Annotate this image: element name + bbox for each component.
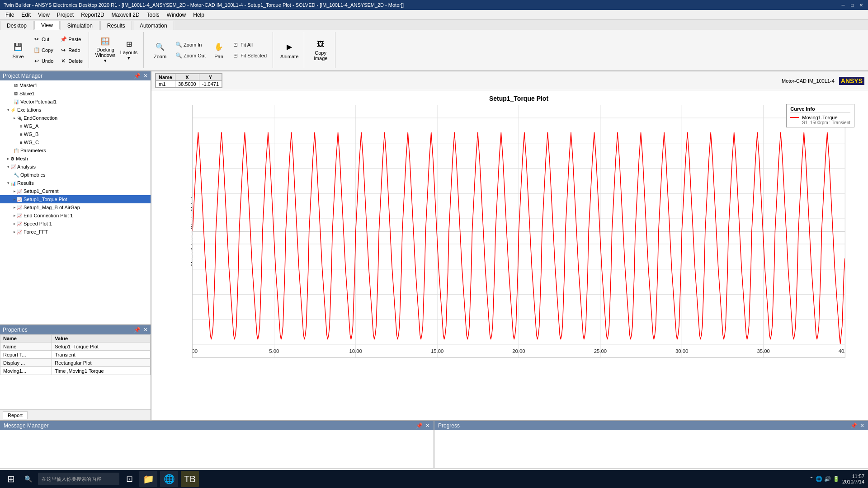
prop-moving-value[interactable]: Time ,Moving1.Torque bbox=[52, 367, 151, 375]
tree-wgc[interactable]: ≡WG_C bbox=[0, 138, 151, 146]
properties-close[interactable]: ✕ bbox=[143, 327, 148, 333]
docking-windows-button[interactable]: 🪟 Docking Windows ▾ bbox=[94, 37, 116, 63]
menu-edit[interactable]: Edit bbox=[18, 11, 34, 19]
copy-button[interactable]: 📋 Copy bbox=[31, 45, 56, 55]
prop-col-value: Value bbox=[52, 335, 151, 343]
start-button[interactable]: ⊞ bbox=[4, 472, 18, 486]
menu-window[interactable]: Window bbox=[163, 11, 190, 19]
docking-buttons: 🪟 Docking Windows ▾ ⊞ Layouts ▾ bbox=[94, 37, 140, 63]
menu-project[interactable]: Project bbox=[53, 11, 77, 19]
tree-wgb[interactable]: ≡WG_B bbox=[0, 130, 151, 138]
prop-display-label: Display ... bbox=[0, 359, 52, 367]
menu-view[interactable]: View bbox=[34, 11, 53, 19]
taskbar-file-explorer[interactable]: 📁 bbox=[139, 471, 157, 487]
marker-col-y: Y bbox=[199, 74, 222, 81]
menu-report2d[interactable]: Report2D bbox=[77, 11, 108, 19]
report-tab-item[interactable]: Report bbox=[3, 411, 28, 419]
copy-icon: 📋 bbox=[33, 47, 40, 54]
zoom-out-button[interactable]: 🔍 Zoom Out bbox=[173, 51, 208, 61]
fit-stack: ⊡ Fit All ⊟ Fit Selected bbox=[230, 40, 269, 61]
zoom-icon: 🔍 bbox=[155, 42, 165, 52]
tree-wga[interactable]: ≡WG_A bbox=[0, 122, 151, 130]
taskbar-chrome[interactable]: 🌐 bbox=[160, 471, 178, 487]
tree-vectorpotential1[interactable]: 📊VectorPotential1 bbox=[0, 98, 151, 106]
tree-setup1-torque-plot[interactable]: ▸ 📈Setup1_Torque Plot bbox=[0, 195, 151, 203]
menu-file[interactable]: File bbox=[2, 11, 18, 19]
fit-selected-button[interactable]: ⊟ Fit Selected bbox=[230, 51, 269, 61]
tree-parameters[interactable]: 📋Parameters bbox=[0, 146, 151, 155]
cut-button[interactable]: ✂ Cut bbox=[31, 34, 56, 44]
progress-content bbox=[434, 430, 868, 468]
tab-simulation[interactable]: Simulation bbox=[61, 21, 99, 30]
layouts-icon: ⊞ bbox=[123, 39, 134, 48]
prop-report-type-value[interactable]: Transient bbox=[52, 351, 151, 359]
message-manager-title: Message Manager bbox=[4, 422, 48, 429]
layouts-button[interactable]: ⊞ Layouts ▾ bbox=[118, 37, 140, 63]
prop-name-value[interactable]: Setup1_Torque Plot bbox=[52, 343, 151, 351]
tree-optimetrics[interactable]: 🔧Optimetrics bbox=[0, 171, 151, 179]
undo-button[interactable]: ↩ Undo bbox=[31, 56, 56, 66]
chart-area: Name X Y m1 38.5000 -1.0471 bbox=[151, 71, 868, 420]
zoom-in-button[interactable]: 🔍 Zoom In bbox=[173, 40, 208, 50]
zoom-button[interactable]: 🔍 Zoom bbox=[149, 37, 171, 63]
svg-text:30.00: 30.00 bbox=[675, 348, 688, 354]
redo-button[interactable]: ↪ Redo bbox=[57, 45, 85, 55]
prop-report-type-label: Report T... bbox=[0, 351, 52, 359]
tree-results[interactable]: ▾ 📊Results bbox=[0, 179, 151, 187]
menu-maxwell2d[interactable]: Maxwell 2D bbox=[108, 11, 143, 19]
prop-display-value[interactable]: Rectangular Plot bbox=[52, 359, 151, 367]
menu-tools[interactable]: Tools bbox=[143, 11, 163, 19]
prop-moving-label: Moving1... bbox=[0, 367, 52, 375]
message-manager-pin[interactable]: 📌 bbox=[416, 422, 423, 429]
tree-slave1[interactable]: 🖥Slave1 bbox=[0, 89, 151, 98]
tree-analysis[interactable]: ▾ 📈Analysis bbox=[0, 163, 151, 171]
tree-force-fft[interactable]: ▸ 📈Force_FFT bbox=[0, 228, 151, 236]
project-manager-close[interactable]: ✕ bbox=[143, 73, 148, 79]
tab-view[interactable]: View bbox=[34, 21, 60, 30]
properties-pin[interactable]: 📌 bbox=[134, 327, 141, 333]
minimize-button[interactable]: ─ bbox=[840, 2, 846, 8]
tree-master1[interactable]: 🖥Master1 bbox=[0, 81, 151, 89]
animate-button[interactable]: ▶ Animate bbox=[278, 37, 300, 63]
tab-desktop[interactable]: Desktop bbox=[0, 21, 33, 30]
message-manager-close[interactable]: ✕ bbox=[425, 422, 430, 429]
progress-close[interactable]: ✕ bbox=[860, 422, 864, 429]
marker-x: 38.5000 bbox=[175, 81, 199, 88]
tree-excitations[interactable]: ▾ ⚡Excitations bbox=[0, 106, 151, 114]
taskbar-time: 11:57 bbox=[842, 474, 864, 479]
copy-image-button[interactable]: 🖼 CopyImage bbox=[310, 37, 331, 63]
tab-automation[interactable]: Automation bbox=[133, 21, 174, 30]
task-view-button[interactable]: ⊡ bbox=[122, 472, 137, 486]
progress-pin[interactable]: 📌 bbox=[850, 422, 857, 429]
menu-help[interactable]: Help bbox=[189, 11, 208, 19]
setup1-current-expand: ▸ bbox=[14, 189, 16, 193]
delete-button[interactable]: ✕ Delete bbox=[57, 56, 85, 66]
taskbar-clock: 11:57 2010/7/14 bbox=[842, 474, 864, 484]
setup1-torque-icon: 📈 bbox=[17, 197, 22, 202]
taskbar-search[interactable]: 在这里输入你要搜索的内容 bbox=[38, 473, 119, 485]
close-button[interactable]: ✕ bbox=[858, 2, 864, 8]
fit-all-button[interactable]: ⊡ Fit All bbox=[230, 40, 269, 50]
save-button[interactable]: 💾 Save bbox=[7, 37, 29, 63]
tree-setup1-current[interactable]: ▸ 📈Setup1_Current bbox=[0, 187, 151, 195]
taskbar-ansys[interactable]: TB bbox=[181, 471, 199, 487]
tree-end-connection-plot[interactable]: ▸ 📈End Connection Plot 1 bbox=[0, 211, 151, 220]
pan-button[interactable]: ✋ Pan bbox=[210, 37, 228, 63]
curve-name: Moving1.Torque bbox=[802, 115, 837, 120]
tab-results[interactable]: Results bbox=[100, 21, 132, 30]
project-manager-header: Project Manager 📌 ✕ bbox=[0, 71, 151, 80]
vectorpotential-icon: 📊 bbox=[14, 99, 19, 104]
paste-button[interactable]: 📌 Paste bbox=[57, 34, 85, 44]
tree-endconnection[interactable]: ▸ 🔌EndConnection bbox=[0, 114, 151, 122]
tree-setup1-mag-b[interactable]: ▸ 📈Setup1_Mag_B of AirGap bbox=[0, 203, 151, 211]
redo-icon: ↪ bbox=[60, 47, 67, 54]
restore-button[interactable]: □ bbox=[849, 2, 855, 8]
tree-speed-plot[interactable]: ▸ 📈Speed Plot 1 bbox=[0, 220, 151, 228]
tree-mesh[interactable]: ▸ ⚙Mesh bbox=[0, 155, 151, 163]
mag-b-expand: ▸ bbox=[14, 205, 16, 210]
project-manager-pin[interactable]: 📌 bbox=[134, 73, 141, 79]
tray-chevron[interactable]: ⌃ bbox=[809, 476, 814, 482]
mag-b-icon: 📈 bbox=[17, 205, 22, 210]
progress-header: Progress 📌 ✕ bbox=[434, 421, 868, 430]
search-button[interactable]: 🔍 bbox=[21, 472, 35, 486]
